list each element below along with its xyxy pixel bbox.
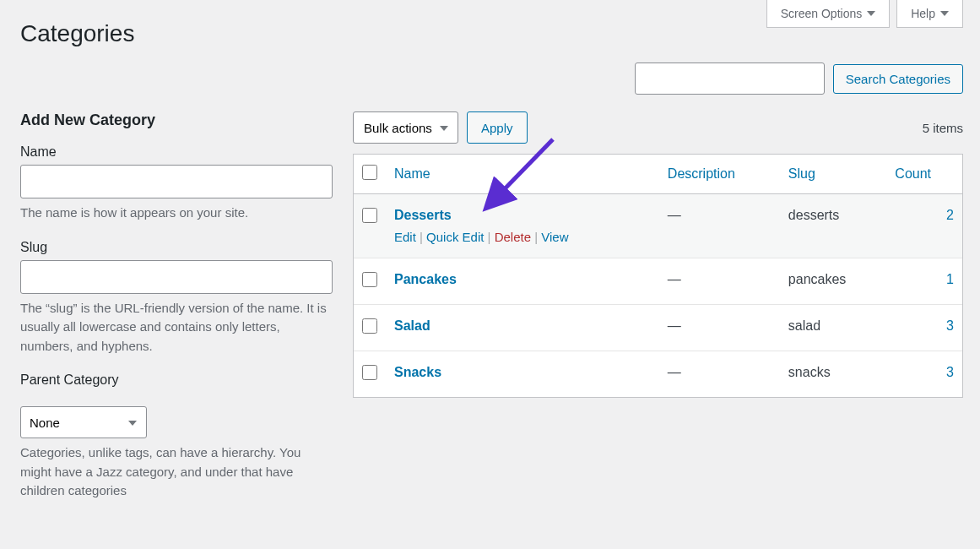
chevron-down-icon — [940, 11, 949, 16]
row-checkbox[interactable] — [362, 208, 377, 223]
count-link[interactable]: 3 — [946, 365, 954, 379]
parent-category-label: Parent Category — [20, 372, 333, 388]
category-slug-input[interactable] — [20, 260, 333, 294]
apply-button[interactable]: Apply — [467, 111, 528, 144]
description-cell: — — [659, 258, 780, 305]
search-input[interactable] — [635, 63, 825, 95]
categories-table: Name Description Slug Count DessertsEdit… — [353, 154, 963, 398]
category-name-input[interactable] — [20, 165, 333, 198]
help-label: Help — [911, 7, 935, 20]
count-link[interactable]: 3 — [946, 318, 954, 333]
screen-options-label: Screen Options — [781, 7, 863, 20]
row-checkbox[interactable] — [362, 272, 377, 287]
parent-description: Categories, unlike tags, can have a hier… — [20, 443, 333, 501]
column-count-header[interactable]: Count — [886, 155, 962, 194]
parent-category-select[interactable]: None — [20, 406, 147, 438]
column-name-header[interactable]: Name — [386, 155, 659, 194]
description-cell: — — [659, 194, 780, 258]
name-label: Name — [20, 144, 333, 160]
bulk-actions-select[interactable]: Bulk actions — [353, 111, 458, 144]
slug-cell: desserts — [780, 194, 887, 258]
row-actions: Edit | Quick Edit | Delete | View — [394, 230, 651, 244]
category-name-link[interactable]: Pancakes — [394, 272, 457, 286]
view-link[interactable]: View — [541, 230, 568, 244]
chevron-down-icon — [867, 11, 875, 16]
description-cell: — — [659, 351, 780, 397]
item-count: 5 items — [923, 121, 963, 135]
help-tab[interactable]: Help — [896, 0, 963, 28]
name-description: The name is how it appears on your site. — [20, 204, 333, 223]
delete-link[interactable]: Delete — [495, 230, 531, 244]
table-row: DessertsEdit | Quick Edit | Delete | Vie… — [354, 194, 962, 258]
slug-cell: salad — [780, 305, 887, 351]
row-checkbox[interactable] — [362, 365, 377, 380]
column-slug-header[interactable]: Slug — [780, 155, 887, 194]
count-link[interactable]: 2 — [946, 208, 954, 222]
slug-cell: snacks — [780, 351, 887, 397]
category-name-link[interactable]: Snacks — [394, 365, 441, 379]
select-all-checkbox[interactable] — [362, 165, 377, 180]
quick-edit-link[interactable]: Quick Edit — [426, 230, 484, 244]
slug-cell: pancakes — [780, 258, 887, 305]
description-cell: — — [659, 305, 780, 351]
table-row: Pancakes—pancakes1 — [354, 258, 962, 305]
add-new-category-heading: Add New Category — [20, 111, 333, 129]
column-description-header[interactable]: Description — [659, 155, 780, 194]
search-categories-button[interactable]: Search Categories — [833, 64, 963, 94]
slug-description: The “slug” is the URL-friendly version o… — [20, 299, 333, 356]
edit-link[interactable]: Edit — [394, 230, 416, 244]
table-row: Salad—salad3 — [354, 305, 962, 351]
row-checkbox[interactable] — [362, 318, 377, 334]
count-link[interactable]: 1 — [946, 272, 954, 286]
table-row: Snacks—snacks3 — [354, 351, 962, 397]
category-name-link[interactable]: Salad — [394, 318, 430, 333]
screen-options-tab[interactable]: Screen Options — [766, 0, 891, 28]
category-name-link[interactable]: Desserts — [394, 208, 452, 222]
slug-label: Slug — [20, 240, 333, 255]
